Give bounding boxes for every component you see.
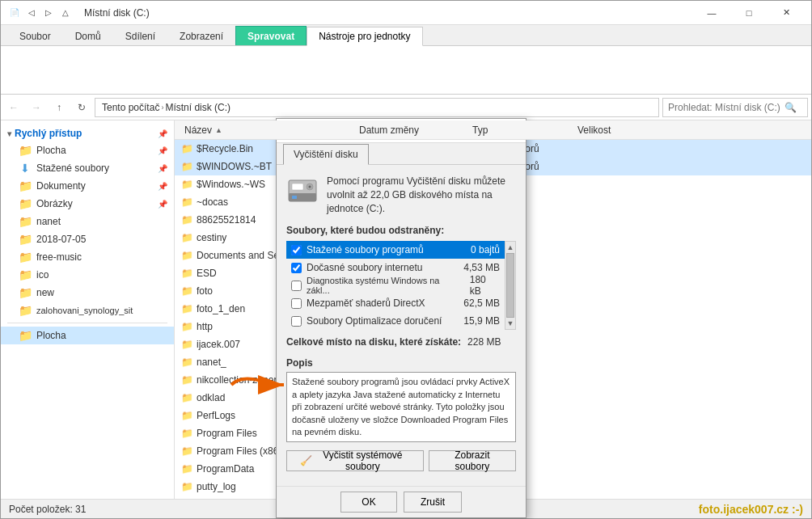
folder-icon: 📁 (19, 233, 32, 246)
col-header-name[interactable]: Název ▲ (178, 124, 356, 136)
address-path[interactable]: Tento počítač › Místní disk (C:) (95, 98, 659, 117)
sidebar-item-stazene[interactable]: ⬇ Stažené soubory 📌 (1, 159, 174, 177)
dialog-description: Pomocí programu Vyčištění disku můžete u… (327, 175, 516, 215)
col-header-date[interactable]: Datum změny (356, 124, 469, 136)
ribbon-tabs: Soubor Domů Sdílení Zobrazení Spravovat … (1, 25, 811, 46)
tab-domu[interactable]: Domů (63, 26, 113, 45)
scroll-up[interactable]: ▲ (507, 242, 514, 251)
quick-access-section: ▾ Rychlý přístup 📌 📁 Plocha 📌 ⬇ Stažené … (1, 124, 174, 346)
sidebar-item-zalohovani[interactable]: 📁 zalohovani_synology_sit (1, 302, 174, 319)
sidebar-item-label: zalohovani_synology_sit (36, 306, 133, 315)
back-icon[interactable]: ◁ (24, 6, 39, 20)
folder-icon: 📁 (19, 215, 32, 228)
checkbox-optimalizace[interactable] (291, 316, 302, 327)
window-title: Místní disk (C:) (84, 7, 150, 19)
checkbox-size: 62,5 MB (463, 297, 500, 309)
checkbox-docasne[interactable] (291, 263, 302, 273)
folder-icon: 📁 (19, 304, 32, 317)
folder-icon: 📁 (19, 144, 32, 157)
ok-button[interactable]: OK (340, 492, 397, 513)
files-label: Soubory, které budou odstraněny: (286, 225, 516, 236)
folder-icon: 📁 (19, 251, 32, 264)
tab-sdileni[interactable]: Sdílení (113, 26, 167, 45)
pin-icon: 📌 (158, 129, 167, 138)
search-icon[interactable]: 🔍 (785, 102, 797, 113)
scroll-down[interactable]: ▼ (507, 319, 514, 329)
total-label: Celkové místo na disku, které získáte: (286, 336, 461, 348)
svg-point-4 (309, 186, 311, 188)
checkbox-item-stazene[interactable]: Stažené soubory programů 0 bajtů (286, 241, 505, 259)
ribbon-content (1, 46, 811, 95)
tab-spravovat[interactable]: Spravovat (235, 26, 307, 45)
dialog-tabs: Vyčištění disku (277, 143, 526, 165)
dialog-header-row: Pomocí programu Vyčištění disku můžete u… (286, 175, 516, 215)
main-window: 📄 ◁ ▷ △ Místní disk (C:) — □ ✕ Soubor Do… (0, 0, 812, 519)
dialog-tab-vycisteni[interactable]: Vyčištění disku (283, 144, 369, 165)
cancel-button[interactable]: Zrušit (404, 492, 462, 513)
forward-icon[interactable]: ▷ (41, 6, 56, 20)
popis-label: Popis (286, 357, 516, 369)
col-header-size[interactable]: Velikost (574, 124, 639, 136)
pin-marker: 📌 (158, 146, 167, 155)
col-header-type[interactable]: Typ (469, 124, 574, 136)
close-button[interactable]: ✕ (768, 1, 805, 25)
show-files-button[interactable]: Zobrazit soubory (429, 450, 516, 471)
up-button[interactable]: ↑ (49, 98, 69, 117)
scroll-thumb[interactable] (506, 253, 514, 318)
sidebar-item-label: Plocha (36, 145, 66, 156)
breadcrumb-disk[interactable]: Místní disk (C:) (165, 102, 230, 113)
clean-system-button[interactable]: 🧹Vyčistit systémové soubory (286, 450, 424, 471)
sidebar-item-label: new (36, 287, 54, 298)
scrollbar[interactable]: ▲ ▼ (505, 241, 516, 330)
sort-arrow: ▲ (215, 126, 222, 134)
sidebar-item-new[interactable]: 📁 new (1, 284, 174, 302)
address-bar: ← → ↑ ↻ Tento počítač › Místní disk (C:)… (1, 95, 811, 120)
sidebar-item-plocha[interactable]: 📁 Plocha 📌 (1, 141, 174, 159)
search-input[interactable] (668, 102, 781, 113)
maximize-button[interactable]: □ (730, 1, 768, 25)
checkbox-label: Diagnostika systému Windows na zákl... (307, 276, 465, 295)
sidebar-item-plocha-bottom[interactable]: 📁 Plocha (1, 327, 174, 344)
disk-cleanup-dialog: Vyčištění disku (C:) ✕ Vyčištění disku (276, 118, 527, 518)
dialog-btn-row: 🧹Vyčistit systémové soubory Zobrazit sou… (286, 450, 516, 471)
minimize-button[interactable]: — (693, 1, 730, 25)
svg-rect-2 (292, 184, 303, 190)
sidebar-item-label: 2018-07-05 (36, 234, 86, 245)
search-box: 🔍 (662, 98, 808, 117)
forward-button[interactable]: → (27, 98, 46, 117)
sidebar-item-2018[interactable]: 📁 2018-07-05 (1, 230, 174, 248)
sidebar-item-dokumenty[interactable]: 📁 Dokumenty 📌 (1, 177, 174, 195)
refresh-button[interactable]: ↻ (72, 98, 91, 117)
sidebar-item-nanet[interactable]: 📁 nanet (1, 213, 174, 230)
tab-zobrazeni[interactable]: Zobrazení (167, 26, 235, 45)
checkbox-size: 0 bajtů (471, 244, 500, 255)
back-button[interactable]: ← (4, 98, 23, 117)
download-icon: ⬇ (19, 162, 32, 175)
tab-soubor[interactable]: Soubor (7, 26, 63, 45)
checkbox-shader[interactable] (291, 298, 302, 309)
checkbox-item-optimalizace[interactable]: Soubory Optimalizace doručení 15,9 MB (286, 312, 505, 330)
tab-nastroje[interactable]: Nástroje pro jednotky (307, 27, 422, 46)
folder-icon: 📁 (19, 286, 32, 299)
sidebar-item-label: ico (36, 269, 49, 281)
checkbox-diagnostika[interactable] (291, 281, 302, 291)
sidebar-item-ico[interactable]: 📁 ico (1, 266, 174, 284)
quick-access-icon[interactable]: 📄 (7, 6, 22, 20)
checkbox-label: Soubory Optimalizace doručení (307, 315, 442, 327)
checkbox-item-shader[interactable]: Mezpaměť shaderů DirectX 62,5 MB (286, 294, 505, 312)
folder-icon: 📁 (19, 197, 32, 210)
status-text: Počet položek: 31 (9, 504, 86, 515)
breadcrumb-computer[interactable]: Tento počítač (102, 102, 159, 113)
checkbox-item-diagnostika[interactable]: Diagnostika systému Windows na zákl... 1… (286, 276, 505, 294)
up-icon[interactable]: △ (58, 6, 73, 20)
title-bar-icons: 📄 ◁ ▷ △ (7, 6, 73, 20)
watermark: foto.ijacek007.cz :-) (699, 503, 803, 516)
sidebar-item-label: nanet (36, 216, 61, 227)
sidebar-item-freemusic[interactable]: 📁 free-music (1, 248, 174, 266)
quick-access-header[interactable]: ▾ Rychlý přístup 📌 (1, 125, 174, 141)
checkbox-size: 15,9 MB (463, 315, 500, 327)
sidebar-item-label: Plocha (36, 330, 66, 341)
checkbox-stazene[interactable] (291, 245, 302, 255)
sidebar-item-obrazky[interactable]: 📁 Obrázky 📌 (1, 195, 174, 213)
checkbox-list-container: Stažené soubory programů 0 bajtů Dočasné… (286, 241, 516, 330)
